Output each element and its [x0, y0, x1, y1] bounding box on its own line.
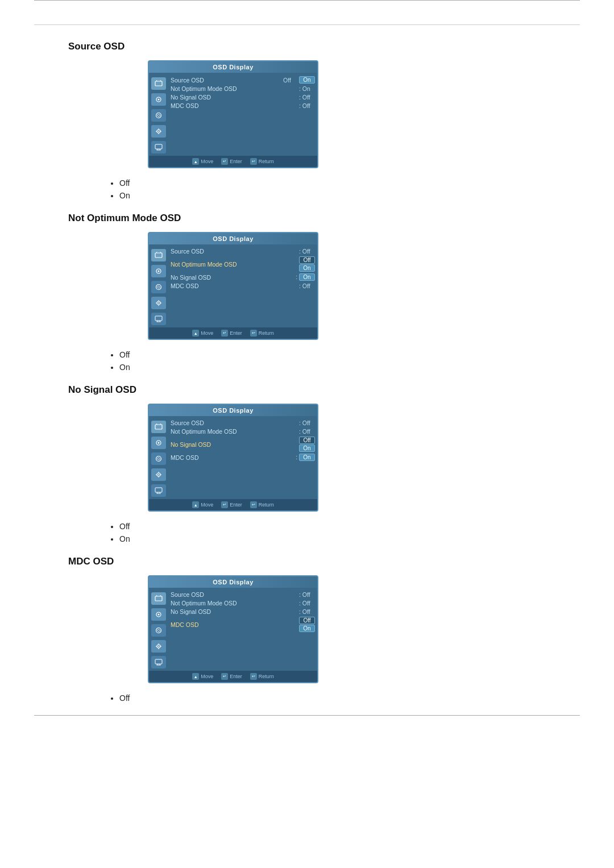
svg-rect-48 [155, 596, 162, 601]
bullet-item: Off [119, 522, 580, 531]
osd-icon-2 [151, 437, 166, 449]
osd-panel-header: OSD Display [149, 61, 317, 73]
osd-value: : On [299, 85, 315, 92]
osd-icon-3 [151, 281, 166, 293]
osd-value-box-on: On [299, 445, 315, 452]
osd-menu-label: No Signal OSD [171, 441, 299, 448]
osd-menu-item-3: MDC OSD : On [171, 454, 315, 461]
osd-value-box-on: On [299, 76, 315, 84]
osd-sidebar [151, 591, 166, 668]
footer-return: ↩ Return [250, 501, 274, 508]
enter-icon: ↵ [221, 501, 228, 508]
footer-move: ▲ Move [192, 330, 213, 337]
svg-point-55 [158, 646, 159, 647]
osd-icon-2 [151, 265, 166, 277]
svg-point-37 [156, 456, 161, 462]
footer-move: ▲ Move [192, 673, 213, 680]
section-title-not-optimum-mode-osd: Not Optimum Mode OSD [68, 213, 580, 224]
osd-menu-item-2: No Signal OSD : Off [171, 94, 315, 101]
osd-menu-label: No Signal OSD [171, 608, 297, 615]
osd-value-stack: Off On [299, 256, 315, 272]
section-not-optimum-mode-osd: Not Optimum Mode OSD OSD Display [34, 213, 580, 372]
enter-icon: ↵ [221, 673, 228, 680]
osd-value-stack: On [299, 76, 315, 84]
osd-value-off: Off [283, 77, 299, 84]
osd-panel: OSD Display Source OSD : Off [148, 404, 318, 512]
osd-value: : Off [299, 600, 315, 607]
osd-menu-label: Not Optimum Mode OSD [171, 428, 297, 435]
osd-panel-body: Source OSD : Off Not Optimum Mode OSD : … [149, 416, 317, 499]
section-title-no-signal-osd: No Signal OSD [68, 384, 580, 396]
footer-enter: ↵ Enter [221, 330, 242, 337]
osd-menu-label: Source OSD [171, 591, 297, 598]
osd-value-stack: Off On [299, 617, 315, 632]
osd-icon-5 [151, 141, 166, 153]
osd-main: Source OSD : Off Not Optimum Mode OSD : … [171, 420, 315, 497]
osd-value: : Off [299, 420, 315, 426]
osd-footer: ▲ Move ↵ Enter ↩ Return [149, 671, 317, 682]
footer-enter: ↵ Enter [221, 501, 242, 508]
svg-point-36 [158, 442, 160, 444]
osd-panel-header: OSD Display [149, 576, 317, 588]
footer-move: ▲ Move [192, 501, 213, 508]
bullet-item: Off [119, 178, 580, 188]
svg-rect-0 [155, 81, 162, 86]
osd-menu-item-2: No Signal OSD Off On [171, 437, 315, 452]
osd-menu-label: Source OSD [171, 248, 297, 255]
osd-icon-4 [151, 468, 166, 481]
osd-icon-5 [151, 484, 166, 497]
osd-value-box-on: On [299, 625, 315, 632]
enter-icon: ↵ [221, 158, 228, 165]
osd-menu-item-0: Source OSD : Off [171, 420, 315, 426]
osd-menu-item-3: MDC OSD : Off [171, 102, 315, 109]
bullet-item: Off [119, 350, 580, 359]
section-title-source-osd: Source OSD [68, 41, 580, 52]
osd-icon-1 [151, 77, 166, 90]
page-title [34, 11, 580, 25]
osd-icon-1 [151, 249, 166, 261]
osd-panel-body: Source OSD : Off Not Optimum Mode OSD Of… [149, 244, 317, 327]
svg-rect-44 [155, 488, 162, 492]
move-icon: ▲ [192, 158, 199, 165]
osd-value: : Off [299, 102, 315, 109]
osd-value: : Off [299, 428, 315, 435]
section-source-osd: Source OSD OSD Display Source [34, 41, 580, 200]
move-icon: ▲ [192, 501, 199, 508]
osd-main: Source OSD : Off Not Optimum Mode OSD Of… [171, 248, 315, 325]
move-icon: ▲ [192, 330, 199, 337]
osd-menu-item-1: Not Optimum Mode OSD : Off [171, 428, 315, 435]
osd-sidebar [151, 76, 166, 153]
osd-menu-item-2: No Signal OSD : On [171, 273, 315, 281]
osd-footer: ▲ Move ↵ Enter ↩ Return [149, 327, 317, 339]
bullet-list-not-optimum-mode-osd: OffOn [108, 350, 580, 372]
osd-value: : On [296, 454, 315, 461]
footer-enter: ↵ Enter [221, 158, 242, 165]
svg-rect-32 [155, 425, 162, 429]
osd-icon-2 [151, 93, 166, 106]
osd-menu-label: Not Optimum Mode OSD [171, 261, 299, 268]
bullet-list-no-signal-osd: OffOn [108, 522, 580, 543]
osd-panel-body: Source OSD Off On Not Optimum Mode OSD :… [149, 73, 317, 156]
svg-point-53 [156, 628, 161, 633]
osd-footer: ▲ Move ↵ Enter ↩ Return [149, 156, 317, 167]
bullet-list-source-osd: OffOn [108, 178, 580, 200]
osd-menu-label: Source OSD [171, 420, 297, 426]
osd-value: : Off [299, 248, 315, 255]
osd-value: : On [296, 273, 315, 281]
osd-panel-wrapper: OSD Display Source OSD : Off [148, 575, 580, 683]
return-icon: ↩ [250, 330, 257, 337]
footer-move: ▲ Move [192, 158, 213, 165]
osd-panel: OSD Display Source OSD : Off [148, 232, 318, 340]
footer-enter: ↵ Enter [221, 673, 242, 680]
osd-menu-label: No Signal OSD [171, 274, 293, 281]
osd-menu-item-0: Source OSD : Off [171, 591, 315, 598]
osd-menu-label: MDC OSD [171, 454, 293, 461]
osd-menu-label: Source OSD [171, 77, 281, 84]
osd-icon-3 [151, 624, 166, 637]
osd-menu-item-1: Not Optimum Mode OSD Off On [171, 256, 315, 272]
osd-menu-label: Not Optimum Mode OSD [171, 600, 297, 607]
osd-panel-header: OSD Display [149, 233, 317, 244]
osd-panel-wrapper: OSD Display Source OSD : Off [148, 232, 580, 340]
osd-value-box-off: Off [299, 437, 315, 444]
svg-point-52 [158, 614, 160, 616]
